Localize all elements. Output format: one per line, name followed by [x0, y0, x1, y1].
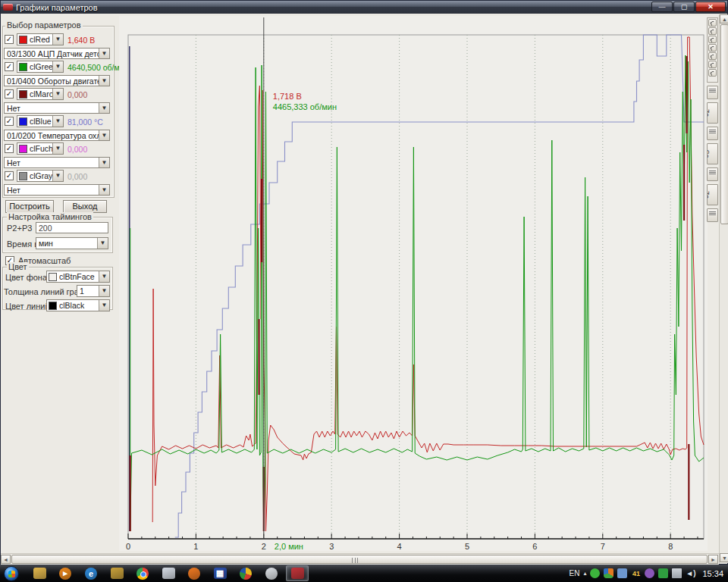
- taskbar-app-blue-blocks-app[interactable]: ▦: [209, 565, 231, 581]
- hscroll-grip: [352, 558, 358, 563]
- arc-tool-button[interactable]: [708, 52, 717, 60]
- bg-color-select[interactable]: clBtnFace ▼: [46, 271, 110, 283]
- taskbar-app-color-wheel-app[interactable]: [234, 565, 257, 581]
- minimize-button[interactable]: —: [651, 2, 673, 12]
- toolbar-zo-button[interactable]: Zo: [707, 102, 718, 124]
- line-width-select[interactable]: 1 ▼: [77, 285, 110, 297]
- chevron-down-icon[interactable]: ▼: [52, 171, 63, 181]
- chevron-down-icon[interactable]: ▼: [52, 89, 63, 99]
- scroll-up-icon[interactable]: ▲: [720, 14, 728, 23]
- param-color-select[interactable]: clMaroon ▼: [17, 88, 64, 100]
- build-button[interactable]: Построить: [5, 200, 54, 213]
- tray-temp-indicator-icon[interactable]: 41: [631, 568, 641, 578]
- time-unit-select[interactable]: мин ▼: [36, 237, 108, 249]
- chevron-down-icon[interactable]: ▼: [99, 300, 109, 311]
- taskbar-app-app-window[interactable]: [157, 565, 180, 581]
- taskbar-app-chrome[interactable]: [131, 565, 154, 581]
- taskbar-app-graph-app-current[interactable]: [286, 565, 309, 581]
- maximize-button[interactable]: ▢: [673, 2, 695, 12]
- param-color-select[interactable]: clRed ▼: [17, 33, 64, 45]
- param-checkbox[interactable]: ✓: [5, 35, 14, 44]
- chevron-down-icon[interactable]: ▼: [52, 116, 63, 127]
- grip-lines-icon: [709, 211, 716, 212]
- vscroll-thumb[interactable]: [720, 24, 728, 224]
- arc-tool-button[interactable]: [708, 27, 717, 35]
- tray-green-circle-app-icon[interactable]: [590, 568, 600, 578]
- hscroll-thumb[interactable]: [11, 555, 708, 564]
- param-source-select[interactable]: Нет ▼: [4, 157, 110, 168]
- svg-text:6: 6: [532, 542, 537, 551]
- chevron-down-icon[interactable]: ▼: [99, 158, 109, 167]
- scroll-left-icon[interactable]: ◄: [1, 555, 11, 564]
- tray-blue-window-app-icon[interactable]: [617, 568, 627, 578]
- line-color-select[interactable]: clBlack ▼: [46, 299, 110, 311]
- chevron-down-icon[interactable]: ▼: [52, 61, 63, 72]
- param-source-select[interactable]: 03/1300 АЦП Датчик детонаци ▼: [4, 48, 110, 59]
- param-checkbox[interactable]: ✓: [5, 117, 14, 126]
- line-color-label: Цвет линий: [5, 302, 50, 311]
- chevron-down-icon[interactable]: ▼: [99, 103, 109, 113]
- toolbar-grip-button[interactable]: [707, 127, 718, 140]
- p2p3-input[interactable]: [36, 222, 108, 233]
- param-color-select[interactable]: clFuchsia ▼: [17, 142, 64, 155]
- toolbar-grip-button[interactable]: [707, 167, 718, 181]
- chevron-down-icon[interactable]: ▼: [99, 48, 109, 58]
- taskbar-app-editor-tool[interactable]: [105, 565, 128, 581]
- toolbar-grip-button[interactable]: [707, 86, 718, 99]
- language-indicator[interactable]: EN: [570, 569, 580, 577]
- taskbar-app-gray-app[interactable]: [260, 565, 283, 581]
- app-icon: [3, 4, 13, 11]
- tray-volume-icon[interactable]: ◄): [686, 568, 695, 578]
- exit-button[interactable]: Выход: [63, 200, 107, 213]
- param-color-select[interactable]: clGray ▼: [17, 170, 64, 182]
- toolbar-grip-button[interactable]: [707, 208, 718, 222]
- scroll-right-icon[interactable]: ►: [708, 555, 718, 564]
- chevron-down-icon[interactable]: ▼: [97, 238, 108, 249]
- chevron-down-icon[interactable]: ▼: [99, 130, 109, 140]
- title-bar[interactable]: Графики параметров — ▢ ✕: [1, 1, 727, 14]
- tray-network-icon[interactable]: [672, 568, 682, 578]
- taskbar-app-explorer[interactable]: [28, 565, 51, 581]
- arc-tool-button[interactable]: [708, 69, 717, 77]
- taskbar-app-media-player[interactable]: ▸: [54, 565, 77, 581]
- param-checkbox[interactable]: ✓: [5, 89, 14, 99]
- taskbar-clock[interactable]: 15:34: [702, 569, 723, 578]
- start-button[interactable]: [4, 566, 19, 581]
- chevron-down-icon[interactable]: ▼: [99, 271, 109, 282]
- graph-app-current-icon: [291, 568, 304, 579]
- param-checkbox[interactable]: ✓: [5, 144, 14, 153]
- svg-text:0: 0: [126, 542, 130, 551]
- arc-tool-button[interactable]: [708, 36, 717, 43]
- arc-tool-button[interactable]: [708, 19, 717, 27]
- chevron-down-icon[interactable]: ▼: [52, 34, 63, 45]
- toolbar-zo-button[interactable]: Zo: [707, 184, 718, 205]
- chevron-down-icon[interactable]: ▼: [99, 185, 109, 195]
- tray-viber-icon[interactable]: [645, 568, 654, 578]
- horizontal-scrollbar[interactable]: ◄ ►: [1, 553, 719, 565]
- param-color-select[interactable]: clBlue ▼: [17, 115, 64, 127]
- toolbar-ca-button[interactable]: Ca: [707, 143, 718, 164]
- param-source-select[interactable]: 01/0400 Обороты двигателя ▼: [4, 75, 110, 86]
- arc-tool-button[interactable]: [708, 44, 717, 52]
- param-source-select[interactable]: 01/0200 Температура охлаждаю ▼: [4, 130, 110, 141]
- tray-expand-icon[interactable]: ▴: [583, 570, 586, 577]
- chevron-down-icon[interactable]: ▼: [99, 76, 109, 86]
- taskbar-app-internet-explorer[interactable]: e: [80, 565, 102, 581]
- param-color-select[interactable]: clGreen ▼: [17, 61, 64, 73]
- param-checkbox[interactable]: ✓: [5, 62, 14, 71]
- chart-plot-area[interactable]: 0123456782,0 мин1,718 В4465,333 об/мин: [119, 16, 708, 551]
- close-button[interactable]: ✕: [695, 2, 726, 12]
- param-checkbox[interactable]: ✓: [5, 171, 14, 180]
- system-tray: EN ▴ 41◄) 15:34: [570, 568, 728, 578]
- param-source-select[interactable]: Нет ▼: [4, 184, 110, 196]
- tray-green-square-app-icon[interactable]: [658, 568, 668, 578]
- scroll-down-icon[interactable]: ▼: [720, 553, 728, 562]
- chevron-down-icon[interactable]: ▼: [99, 286, 109, 296]
- chevron-down-icon[interactable]: ▼: [52, 143, 63, 154]
- taskbar-app-firefox[interactable]: [183, 565, 206, 581]
- tray-antivirus-shield-icon[interactable]: [604, 568, 613, 578]
- vertical-scrollbar[interactable]: ▲ ▼: [719, 14, 728, 563]
- arc-tool-button[interactable]: [708, 61, 717, 68]
- parameter-graph[interactable]: 0123456782,0 мин1,718 В4465,333 об/мин: [119, 16, 708, 551]
- param-source-select[interactable]: Нет ▼: [4, 102, 110, 114]
